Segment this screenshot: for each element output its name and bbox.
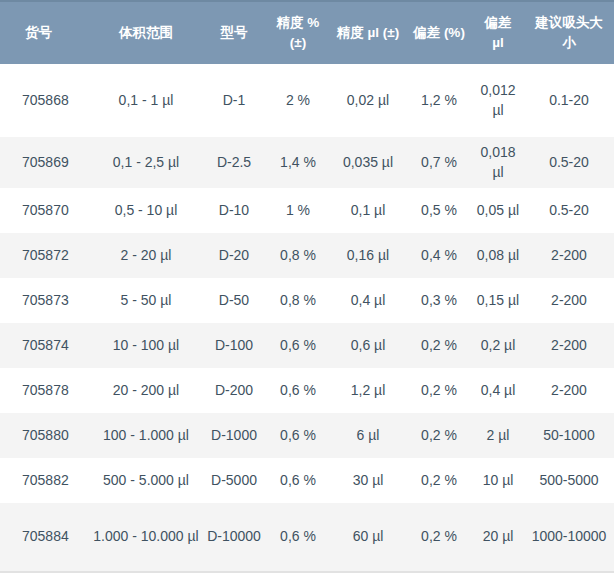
column-header-dev_pct: 偏差 (%) <box>406 2 472 64</box>
cell-model: D-100 <box>202 323 266 368</box>
cell-range: 0,1 - 2,5 µl <box>90 137 202 188</box>
cell-sku: 705872 <box>0 233 90 278</box>
cell-sku: 705869 <box>0 137 90 188</box>
header-row: 货号体积范围型号精度 % (±)精度 µl (±)偏差 (%)偏差 µl建议吸头… <box>0 2 614 64</box>
cell-model: D-10000 <box>202 503 266 571</box>
cell-acc_ul: 0,1 µl <box>330 188 406 233</box>
cell-acc_pct: 0,6 % <box>266 413 330 458</box>
column-header-acc_ul: 精度 µl (±) <box>330 2 406 64</box>
cell-sku: 705880 <box>0 413 90 458</box>
cell-dev_ul: 0,05 µl <box>472 188 524 233</box>
cell-acc_pct: 0,6 % <box>266 503 330 571</box>
cell-tip: 1000-10000 <box>524 503 614 571</box>
cell-dev_pct: 0,7 % <box>406 137 472 188</box>
cell-dev_ul: 10 µl <box>472 458 524 503</box>
cell-acc_pct: 1,4 % <box>266 137 330 188</box>
cell-dev_ul: 2 µl <box>472 413 524 458</box>
cell-sku: 705873 <box>0 278 90 323</box>
cell-acc_pct: 0,6 % <box>266 323 330 368</box>
cell-acc_pct: 0,8 % <box>266 233 330 278</box>
cell-range: 500 - 5.000 µl <box>90 458 202 503</box>
cell-acc_ul: 0,02 µl <box>330 64 406 137</box>
column-header-tip: 建议吸头大小 <box>524 2 614 64</box>
table-row: 7058680,1 - 1 µlD-12 %0,02 µl1,2 %0,012 … <box>0 64 614 137</box>
cell-dev_ul: 0,15 µl <box>472 278 524 323</box>
cell-acc_pct: 1 % <box>266 188 330 233</box>
cell-model: D-20 <box>202 233 266 278</box>
cell-dev_pct: 0,2 % <box>406 503 472 571</box>
cell-model: D-5000 <box>202 458 266 503</box>
table-header: 货号体积范围型号精度 % (±)精度 µl (±)偏差 (%)偏差 µl建议吸头… <box>0 2 614 64</box>
pipette-spec-table: 货号体积范围型号精度 % (±)精度 µl (±)偏差 (%)偏差 µl建议吸头… <box>0 2 614 571</box>
cell-acc_ul: 60 µl <box>330 503 406 571</box>
table-row: 70587820 - 200 µlD-2000,6 %1,2 µl0,2 %0,… <box>0 368 614 413</box>
cell-acc_pct: 0,6 % <box>266 458 330 503</box>
cell-range: 20 - 200 µl <box>90 368 202 413</box>
cell-dev_pct: 0,2 % <box>406 458 472 503</box>
cell-sku: 705884 <box>0 503 90 571</box>
cell-sku: 705870 <box>0 188 90 233</box>
cell-sku: 705882 <box>0 458 90 503</box>
cell-acc_pct: 0,6 % <box>266 368 330 413</box>
table-row: 7058841.000 - 10.000 µlD-100000,6 %60 µl… <box>0 503 614 571</box>
column-header-sku: 货号 <box>0 2 90 64</box>
cell-dev_pct: 1,2 % <box>406 64 472 137</box>
cell-range: 10 - 100 µl <box>90 323 202 368</box>
cell-dev_pct: 0,5 % <box>406 188 472 233</box>
cell-tip: 500-5000 <box>524 458 614 503</box>
column-header-acc_pct: 精度 % (±) <box>266 2 330 64</box>
cell-dev_pct: 0,3 % <box>406 278 472 323</box>
table-row: 70587410 - 100 µlD-1000,6 %0,6 µl0,2 %0,… <box>0 323 614 368</box>
cell-range: 5 - 50 µl <box>90 278 202 323</box>
cell-acc_pct: 0,8 % <box>266 278 330 323</box>
cell-model: D-1 <box>202 64 266 137</box>
cell-range: 0,1 - 1 µl <box>90 64 202 137</box>
cell-acc_ul: 0,16 µl <box>330 233 406 278</box>
column-header-dev_ul: 偏差 µl <box>472 2 524 64</box>
cell-dev_pct: 0,2 % <box>406 413 472 458</box>
cell-acc_ul: 30 µl <box>330 458 406 503</box>
pipette-spec-table-container: 货号体积范围型号精度 % (±)精度 µl (±)偏差 (%)偏差 µl建议吸头… <box>0 0 614 573</box>
cell-sku: 705874 <box>0 323 90 368</box>
cell-dev_pct: 0,2 % <box>406 323 472 368</box>
cell-acc_ul: 0,035 µl <box>330 137 406 188</box>
cell-tip: 50-1000 <box>524 413 614 458</box>
cell-dev_ul: 0,08 µl <box>472 233 524 278</box>
cell-dev_ul: 0,018 µl <box>472 137 524 188</box>
cell-dev_ul: 0,2 µl <box>472 323 524 368</box>
cell-dev_ul: 0,012 µl <box>472 64 524 137</box>
table-row: 7058690,1 - 2,5 µlD-2.51,4 %0,035 µl0,7 … <box>0 137 614 188</box>
cell-acc_ul: 0,4 µl <box>330 278 406 323</box>
cell-tip: 0.1-20 <box>524 64 614 137</box>
cell-tip: 2-200 <box>524 368 614 413</box>
cell-tip: 2-200 <box>524 233 614 278</box>
cell-model: D-50 <box>202 278 266 323</box>
cell-model: D-10 <box>202 188 266 233</box>
cell-dev_ul: 20 µl <box>472 503 524 571</box>
column-header-model: 型号 <box>202 2 266 64</box>
table-row: 7058722 - 20 µlD-200,8 %0,16 µl0,4 %0,08… <box>0 233 614 278</box>
cell-acc_ul: 0,6 µl <box>330 323 406 368</box>
cell-tip: 0.5-20 <box>524 137 614 188</box>
cell-tip: 2-200 <box>524 323 614 368</box>
cell-acc_ul: 1,2 µl <box>330 368 406 413</box>
cell-range: 0,5 - 10 µl <box>90 188 202 233</box>
table-row: 7058735 - 50 µlD-500,8 %0,4 µl0,3 %0,15 … <box>0 278 614 323</box>
table-row: 7058700,5 - 10 µlD-101 %0,1 µl0,5 %0,05 … <box>0 188 614 233</box>
cell-dev_ul: 0,4 µl <box>472 368 524 413</box>
cell-model: D-1000 <box>202 413 266 458</box>
cell-model: D-2.5 <box>202 137 266 188</box>
cell-dev_pct: 0,2 % <box>406 368 472 413</box>
cell-range: 2 - 20 µl <box>90 233 202 278</box>
cell-range: 1.000 - 10.000 µl <box>90 503 202 571</box>
cell-acc_pct: 2 % <box>266 64 330 137</box>
column-header-range: 体积范围 <box>90 2 202 64</box>
cell-tip: 2-200 <box>524 278 614 323</box>
cell-sku: 705868 <box>0 64 90 137</box>
cell-range: 100 - 1.000 µl <box>90 413 202 458</box>
cell-tip: 0.5-20 <box>524 188 614 233</box>
table-row: 705882500 - 5.000 µlD-50000,6 %30 µl0,2 … <box>0 458 614 503</box>
table-body: 7058680,1 - 1 µlD-12 %0,02 µl1,2 %0,012 … <box>0 64 614 571</box>
cell-dev_pct: 0,4 % <box>406 233 472 278</box>
cell-model: D-200 <box>202 368 266 413</box>
